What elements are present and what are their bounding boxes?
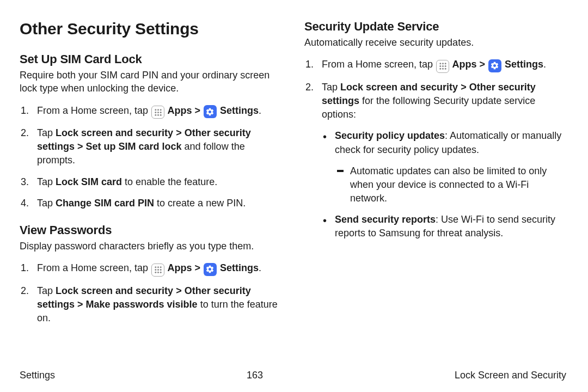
text: From a Home screen, tap xyxy=(37,105,151,116)
text: to enable the feature. xyxy=(122,176,217,187)
step-sus-2: Tap Lock screen and security > Other sec… xyxy=(304,81,566,241)
svg-point-4 xyxy=(157,112,159,113)
svg-point-26 xyxy=(444,68,446,70)
svg-point-13 xyxy=(157,269,159,271)
bold-text: Security policy updates xyxy=(335,130,445,141)
svg-point-18 xyxy=(439,63,441,65)
bold-text: Lock SIM card xyxy=(56,176,122,187)
svg-point-2 xyxy=(160,109,161,111)
step-pw-2: Tap Lock screen and security > Other sec… xyxy=(20,284,281,326)
svg-point-16 xyxy=(157,272,159,273)
step-sus-1: From a Home screen, tap Apps > Settings. xyxy=(304,58,566,73)
bold-text: Change SIM card PIN xyxy=(56,198,154,209)
bold-text: Send security reports xyxy=(335,214,436,225)
svg-point-9 xyxy=(155,267,156,268)
text: to create a new PIN. xyxy=(154,198,246,209)
separator: > xyxy=(173,285,185,296)
step-sim-4: Tap Change SIM card PIN to create a new … xyxy=(20,197,281,210)
bold-text: Make passwords visible xyxy=(86,299,198,310)
intro-sim: Require both your SIM card PIN and your … xyxy=(20,69,281,95)
apps-label: Apps xyxy=(165,105,192,116)
separator: > xyxy=(75,299,86,310)
settings-icon xyxy=(488,59,501,72)
svg-point-10 xyxy=(157,267,159,268)
left-column: Other Security Settings Set Up SIM Card … xyxy=(20,20,281,338)
section-view-passwords: View Passwords Display password characte… xyxy=(20,223,281,325)
footer-left: Settings xyxy=(20,370,55,381)
text: . xyxy=(543,59,546,70)
separator: > xyxy=(75,141,86,152)
svg-point-7 xyxy=(157,114,159,115)
svg-point-8 xyxy=(160,114,161,115)
bold-text: Lock screen and security xyxy=(56,285,173,296)
heading-security-update: Security Update Service xyxy=(304,20,566,34)
heading-sim: Set Up SIM Card Lock xyxy=(20,52,281,66)
bullet-security-reports: Send security reports: Use Wi-Fi to send… xyxy=(322,213,566,240)
bold-text: Lock screen and security xyxy=(340,82,458,93)
text: Tap xyxy=(322,82,340,93)
settings-label: Settings xyxy=(217,105,259,116)
steps-passwords: From a Home screen, tap Apps > Settings.… xyxy=(20,261,281,325)
svg-point-17 xyxy=(160,272,161,273)
settings-icon xyxy=(204,105,217,118)
svg-point-23 xyxy=(444,65,446,67)
separator: > xyxy=(173,127,185,138)
settings-icon xyxy=(204,263,217,276)
page-title: Other Security Settings xyxy=(20,20,281,38)
step-pw-1: From a Home screen, tap Apps > Settings. xyxy=(20,261,281,277)
bold-text: Lock screen and security xyxy=(56,127,173,138)
bullet-policy-updates: Security policy updates: Automatically o… xyxy=(322,129,566,205)
text: Tap xyxy=(37,127,56,138)
apps-icon xyxy=(151,106,164,119)
intro-passwords: Display password characters briefly as y… xyxy=(20,240,281,253)
intro-security-update: Automatically receive security updates. xyxy=(304,36,566,49)
footer-page-number: 163 xyxy=(247,370,263,381)
separator: > xyxy=(458,82,469,93)
svg-point-3 xyxy=(155,112,156,113)
apps-label: Apps xyxy=(450,59,476,70)
svg-point-1 xyxy=(157,109,159,111)
text: . xyxy=(259,105,261,116)
step-sim-1: From a Home screen, tap Apps > Settings. xyxy=(20,104,281,119)
page-footer: Settings 163 Lock Screen and Security xyxy=(20,370,566,381)
apps-label: Apps xyxy=(165,262,192,273)
step-sim-2: Tap Lock screen and security > Other sec… xyxy=(20,126,281,168)
svg-point-20 xyxy=(444,63,446,65)
svg-point-21 xyxy=(439,65,441,67)
svg-point-24 xyxy=(439,68,441,70)
text: Tap xyxy=(37,198,56,209)
svg-point-22 xyxy=(442,65,444,67)
text: . xyxy=(259,262,261,273)
svg-point-25 xyxy=(442,68,444,70)
dashes-sus: Automatic updates can also be limited to… xyxy=(335,164,566,206)
svg-point-11 xyxy=(160,267,161,268)
settings-label: Settings xyxy=(217,262,259,273)
text: Tap xyxy=(37,285,56,296)
svg-point-12 xyxy=(155,269,156,271)
separator: > xyxy=(192,105,203,116)
heading-passwords: View Passwords xyxy=(20,223,281,237)
steps-security-update: From a Home screen, tap Apps > Settings.… xyxy=(304,58,566,240)
svg-point-19 xyxy=(442,63,444,65)
dash-wifi-limit: Automatic updates can also be limited to… xyxy=(335,164,566,206)
footer-right: Lock Screen and Security xyxy=(455,370,566,381)
steps-sim: From a Home screen, tap Apps > Settings.… xyxy=(20,104,281,210)
text: Tap xyxy=(37,176,56,187)
bold-text: Set up SIM card lock xyxy=(86,141,182,152)
text: From a Home screen, tap xyxy=(37,262,151,273)
separator: > xyxy=(192,262,203,273)
svg-point-14 xyxy=(160,269,161,271)
settings-label: Settings xyxy=(502,59,543,70)
svg-point-0 xyxy=(155,109,156,111)
step-sim-3: Tap Lock SIM card to enable the feature. xyxy=(20,175,281,189)
section-security-update: Security Update Service Automatically re… xyxy=(304,20,566,241)
apps-icon xyxy=(151,264,164,277)
section-sim-card-lock: Set Up SIM Card Lock Require both your S… xyxy=(20,52,281,210)
text: From a Home screen, tap xyxy=(322,59,436,70)
svg-point-15 xyxy=(155,272,156,273)
svg-point-5 xyxy=(160,112,161,113)
bullets-sus: Security policy updates: Automatically o… xyxy=(322,129,566,240)
apps-icon xyxy=(436,60,449,73)
separator: > xyxy=(476,59,488,70)
svg-point-6 xyxy=(155,114,156,115)
